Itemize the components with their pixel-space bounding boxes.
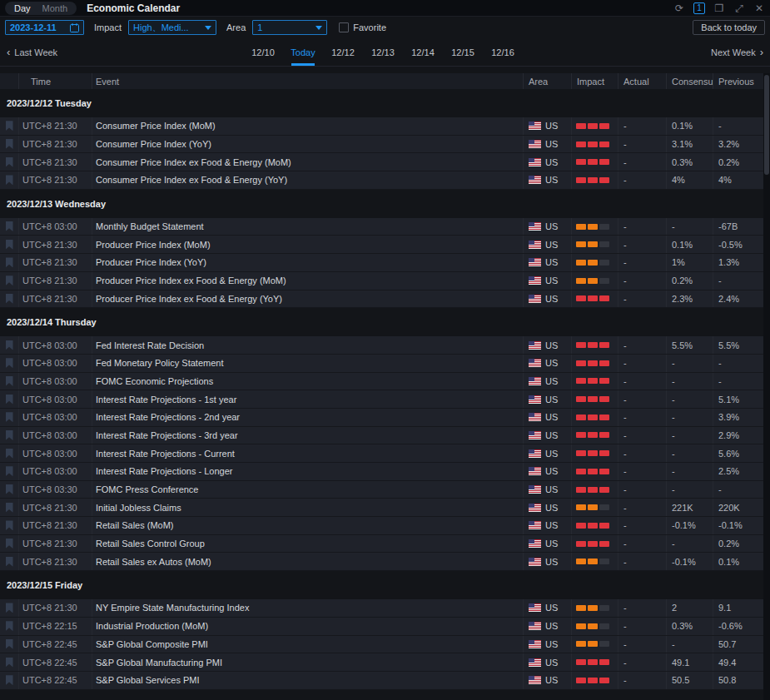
bookmark-icon[interactable] bbox=[6, 340, 13, 350]
duplicate-icon[interactable]: ❐ bbox=[713, 2, 725, 14]
event-row: UTC+8 03:00Interest Rate Projections - C… bbox=[0, 444, 763, 463]
us-flag-icon bbox=[529, 413, 541, 421]
bookmark-icon[interactable] bbox=[6, 484, 13, 494]
last-week-button[interactable]: ‹ Last Week bbox=[7, 46, 57, 58]
week-day-tab-12-10[interactable]: 12/10 bbox=[243, 38, 283, 66]
event-area: US bbox=[523, 517, 571, 534]
actual-value: - bbox=[618, 272, 666, 290]
us-flag-icon bbox=[529, 295, 541, 303]
previous-value: - bbox=[713, 272, 763, 290]
favorite-checkbox[interactable] bbox=[339, 22, 349, 32]
impact-indicator-high bbox=[571, 672, 618, 689]
area-filter-select[interactable]: 1 bbox=[252, 20, 327, 35]
week-day-tab-12-15[interactable]: 12/15 bbox=[443, 38, 483, 66]
impact-indicator-medium bbox=[571, 599, 618, 617]
consensus-value: - bbox=[666, 373, 713, 390]
bookmark-icon[interactable] bbox=[6, 157, 13, 167]
impact-bar bbox=[576, 260, 586, 266]
scrollbar-thumb[interactable] bbox=[764, 75, 769, 175]
bookmark-icon[interactable] bbox=[6, 221, 13, 231]
pin-cell bbox=[0, 517, 18, 534]
bookmark-icon[interactable] bbox=[6, 358, 13, 368]
page-title: Economic Calendar bbox=[87, 2, 180, 14]
bookmark-icon[interactable] bbox=[6, 603, 13, 613]
bookmark-icon[interactable] bbox=[6, 412, 13, 422]
impact-bar bbox=[576, 177, 586, 183]
area-filter-value: 1 bbox=[257, 22, 262, 32]
bookmark-icon[interactable] bbox=[6, 139, 13, 149]
chevron-down-icon bbox=[205, 26, 211, 30]
event-time: UTC+8 03:00 bbox=[18, 409, 92, 426]
impact-bar bbox=[599, 159, 609, 165]
date-value: 2023-12-11 bbox=[10, 22, 57, 32]
consensus-value: 0.3% bbox=[666, 618, 713, 635]
impact-bar bbox=[588, 295, 598, 301]
scrollbar-track[interactable] bbox=[763, 73, 770, 700]
bookmark-icon[interactable] bbox=[6, 430, 13, 440]
refresh-icon[interactable]: ⟳ bbox=[673, 2, 685, 14]
pin-cell bbox=[0, 373, 18, 390]
week-day-tab-12-13[interactable]: 12/13 bbox=[363, 38, 403, 66]
event-row: UTC+8 21:30Retail Sales (MoM)US--0.1%-0.… bbox=[0, 517, 763, 535]
tab-month[interactable]: Month bbox=[37, 2, 74, 15]
event-row: UTC+8 03:00FOMC Economic ProjectionsUS--… bbox=[0, 373, 763, 391]
back-to-today-button[interactable]: Back to today bbox=[693, 20, 765, 35]
pin-cell bbox=[0, 254, 18, 271]
bookmark-icon[interactable] bbox=[6, 449, 13, 459]
event-time: UTC+8 03:00 bbox=[18, 390, 92, 408]
event-area: US bbox=[523, 390, 571, 408]
impact-bar bbox=[599, 177, 609, 183]
week-day-tab-12-16[interactable]: 12/16 bbox=[483, 38, 523, 66]
impact-bar bbox=[588, 469, 598, 474]
bookmark-icon[interactable] bbox=[6, 466, 13, 476]
pin-cell bbox=[0, 218, 18, 236]
impact-bar bbox=[599, 541, 609, 547]
impact-bar bbox=[599, 469, 609, 474]
event-row: UTC+8 22:45S&P Global Services PMIUS-50.… bbox=[0, 672, 763, 690]
impact-filter-select[interactable]: High、Medi... bbox=[128, 20, 216, 35]
bookmark-icon[interactable] bbox=[6, 175, 13, 185]
bookmark-icon[interactable] bbox=[6, 639, 13, 649]
week-day-tabs: 12/10Today12/1212/1312/1412/1512/16 bbox=[243, 38, 770, 66]
us-flag-icon bbox=[529, 658, 541, 667]
close-icon[interactable]: ✕ bbox=[753, 2, 765, 14]
event-name: FOMC Economic Projections bbox=[92, 373, 523, 390]
table-body: 2023/12/12 TuesdayUTC+8 21:30Consumer Pr… bbox=[0, 89, 763, 700]
event-time: UTC+8 03:00 bbox=[18, 444, 92, 462]
event-row: UTC+8 21:30Consumer Price Index (YoY)US-… bbox=[0, 136, 763, 154]
week-day-tab-12-14[interactable]: 12/14 bbox=[403, 38, 443, 66]
date-picker-input[interactable]: 2023-12-11 bbox=[5, 20, 84, 35]
bookmark-icon[interactable] bbox=[6, 658, 13, 668]
bookmark-icon[interactable] bbox=[6, 395, 13, 405]
bookmark-icon[interactable] bbox=[6, 503, 13, 513]
bookmark-icon[interactable] bbox=[6, 675, 13, 685]
bookmark-icon[interactable] bbox=[6, 121, 13, 131]
impact-bar bbox=[588, 224, 598, 230]
bookmark-icon[interactable] bbox=[6, 257, 13, 267]
us-flag-icon bbox=[529, 176, 541, 184]
bookmark-icon[interactable] bbox=[6, 520, 13, 530]
tab-count-badge[interactable]: 1 bbox=[693, 2, 705, 14]
event-name: Retail Sales ex Autos (MoM) bbox=[92, 553, 523, 570]
tab-day[interactable]: Day bbox=[8, 2, 37, 15]
impact-bar bbox=[576, 678, 586, 683]
week-day-tab-today[interactable]: Today bbox=[283, 38, 323, 66]
expand-icon[interactable]: ⤢ bbox=[733, 2, 745, 14]
event-time: UTC+8 22:15 bbox=[18, 618, 92, 635]
bookmark-icon[interactable] bbox=[6, 240, 13, 250]
previous-value: 0.2% bbox=[713, 535, 763, 553]
bookmark-icon[interactable] bbox=[6, 376, 13, 386]
favorite-filter[interactable]: Favorite bbox=[339, 22, 386, 32]
event-time: UTC+8 21:30 bbox=[18, 535, 92, 553]
bookmark-icon[interactable] bbox=[6, 557, 13, 567]
consensus-value: 0.1% bbox=[666, 236, 713, 253]
bookmark-icon[interactable] bbox=[6, 621, 13, 631]
bookmark-icon[interactable] bbox=[6, 276, 13, 285]
week-day-tab-12-12[interactable]: 12/12 bbox=[323, 38, 363, 66]
bookmark-icon[interactable] bbox=[6, 294, 13, 304]
actual-value: - bbox=[618, 336, 666, 354]
bookmark-icon[interactable] bbox=[6, 539, 13, 549]
event-area: US bbox=[523, 117, 571, 135]
impact-indicator-medium bbox=[571, 499, 618, 516]
event-area: US bbox=[523, 463, 571, 480]
